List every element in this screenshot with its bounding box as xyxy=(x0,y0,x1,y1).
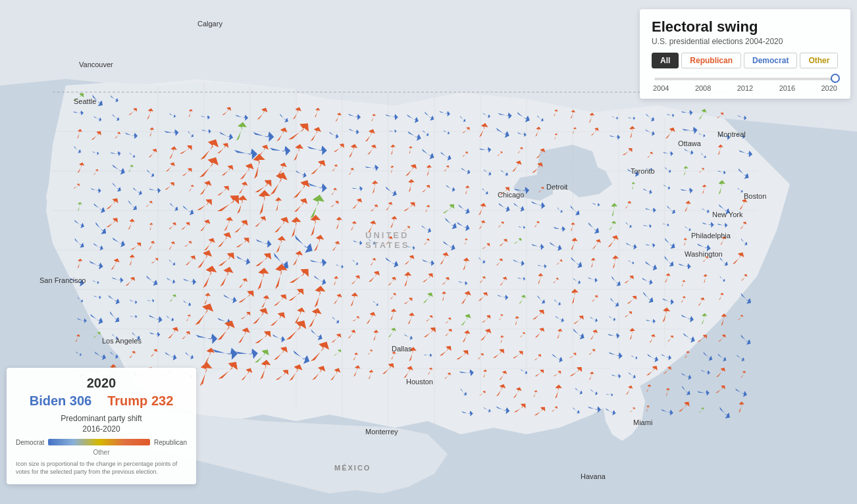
panel-subtitle: U.S. presidential elections 2004-2020 xyxy=(652,37,839,46)
bar-label-democrat: Democrat xyxy=(16,439,44,446)
legend-footnote: Icon size is proportional to the change … xyxy=(16,460,187,476)
info-panel: Electoral swing U.S. presidential electi… xyxy=(640,9,850,99)
color-gradient-bar xyxy=(48,439,150,445)
timeline-area[interactable]: 2004 2008 2012 2016 2020 xyxy=(652,75,839,92)
timeline-labels: 2004 2008 2012 2016 2020 xyxy=(652,84,839,92)
year-2004: 2004 xyxy=(653,84,669,92)
year-2008: 2008 xyxy=(695,84,711,92)
shift-subtitle: 2016-2020 xyxy=(16,424,187,434)
biden-electoral: Biden 306 xyxy=(30,393,91,409)
timeline-thumb xyxy=(831,74,840,83)
candidates-row: Biden 306 Trump 232 xyxy=(16,393,187,409)
panel-title: Electoral swing xyxy=(652,18,839,36)
year-2016: 2016 xyxy=(779,84,795,92)
filter-buttons: All Republican Democrat Other xyxy=(652,53,839,68)
bar-label-republican: Republican xyxy=(154,439,187,446)
legend-year: 2020 xyxy=(16,376,187,391)
color-bar-row: Democrat Republican xyxy=(16,439,187,446)
bar-other-label: Other xyxy=(16,449,187,456)
legend-panel: 2020 Biden 306 Trump 232 Predominant par… xyxy=(7,368,196,484)
timeline-track[interactable] xyxy=(654,78,836,80)
shift-title: Predominant party shift xyxy=(16,414,187,423)
year-2012: 2012 xyxy=(737,84,753,92)
trump-electoral: Trump 232 xyxy=(107,393,173,409)
filter-republican-button[interactable]: Republican xyxy=(681,53,741,68)
filter-all-button[interactable]: All xyxy=(652,53,679,68)
year-2020: 2020 xyxy=(821,84,837,92)
filter-democrat-button[interactable]: Democrat xyxy=(744,53,797,68)
filter-other-button[interactable]: Other xyxy=(800,53,838,68)
map-container: Calgary Vancouver Seattle San Francisco … xyxy=(0,0,857,504)
